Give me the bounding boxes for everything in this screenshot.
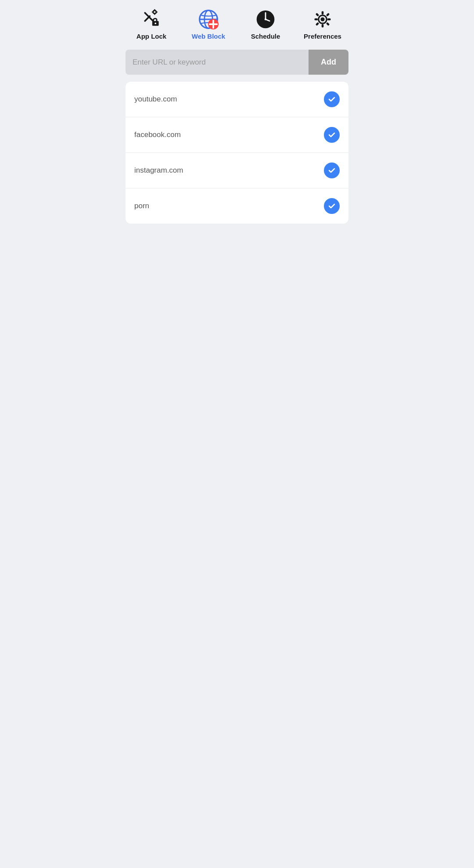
url-input-container: Add bbox=[126, 50, 348, 75]
schedule-icon bbox=[255, 9, 276, 30]
blocked-site-label: porn bbox=[134, 202, 149, 210]
svg-point-8 bbox=[154, 22, 156, 24]
nav-label-schedule: Schedule bbox=[251, 33, 280, 40]
list-item[interactable]: instagram.com bbox=[126, 153, 348, 188]
check-toggle-3[interactable] bbox=[324, 163, 340, 178]
check-toggle-2[interactable] bbox=[324, 127, 340, 143]
webblock-icon bbox=[198, 9, 219, 30]
applock-icon bbox=[141, 9, 162, 30]
check-toggle-4[interactable] bbox=[324, 198, 340, 214]
svg-rect-28 bbox=[326, 22, 330, 25]
top-navigation: App Lock Web Block bbox=[118, 0, 356, 45]
svg-point-19 bbox=[265, 18, 267, 21]
nav-item-preferences[interactable]: Preferences bbox=[294, 9, 351, 40]
list-item[interactable]: facebook.com bbox=[126, 117, 348, 153]
blocked-site-label: facebook.com bbox=[134, 130, 181, 139]
svg-rect-27 bbox=[316, 22, 319, 25]
svg-rect-22 bbox=[322, 24, 324, 27]
blocked-site-label: youtube.com bbox=[134, 95, 177, 104]
svg-point-20 bbox=[320, 17, 324, 21]
blocked-sites-list: youtube.com facebook.com instagram.com p… bbox=[126, 82, 348, 224]
nav-item-app-lock[interactable]: App Lock bbox=[123, 9, 180, 40]
check-icon bbox=[327, 202, 336, 210]
add-button[interactable]: Add bbox=[309, 50, 348, 75]
svg-rect-25 bbox=[316, 13, 319, 16]
svg-line-1 bbox=[145, 16, 150, 21]
blocked-site-label: instagram.com bbox=[134, 166, 183, 175]
nav-label-preferences: Preferences bbox=[304, 33, 341, 40]
svg-rect-21 bbox=[322, 11, 324, 14]
nav-item-schedule[interactable]: Schedule bbox=[237, 9, 294, 40]
list-item[interactable]: youtube.com bbox=[126, 82, 348, 117]
preferences-icon bbox=[312, 9, 333, 30]
check-icon bbox=[327, 130, 336, 139]
nav-label-app-lock: App Lock bbox=[136, 33, 166, 40]
list-item[interactable]: porn bbox=[126, 188, 348, 224]
check-icon bbox=[327, 95, 336, 104]
check-icon bbox=[327, 166, 336, 175]
check-toggle-1[interactable] bbox=[324, 91, 340, 107]
svg-rect-26 bbox=[326, 13, 330, 16]
nav-label-web-block: Web Block bbox=[192, 33, 225, 40]
nav-item-web-block[interactable]: Web Block bbox=[180, 9, 237, 40]
url-input[interactable] bbox=[126, 50, 309, 75]
svg-rect-24 bbox=[327, 18, 330, 21]
svg-rect-23 bbox=[315, 18, 318, 21]
